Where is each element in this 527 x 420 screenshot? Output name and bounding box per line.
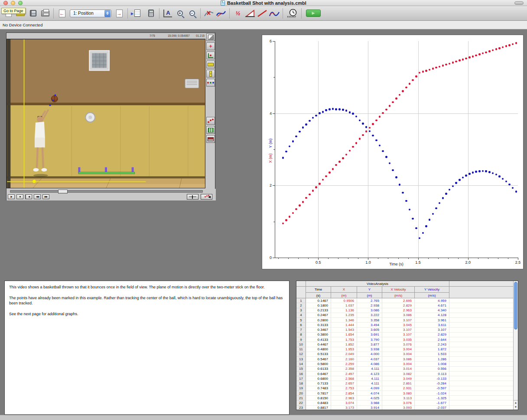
table-cell[interactable]: 4.000 xyxy=(357,352,382,357)
set-scale-tool[interactable] xyxy=(206,61,215,68)
column-title[interactable]: X xyxy=(331,287,357,293)
table-cell[interactable]: 0.5133 xyxy=(306,352,331,357)
table-cell[interactable]: 3.914 xyxy=(357,406,382,410)
statistics-button[interactable]: ½ xyxy=(232,8,244,19)
table-cell[interactable]: 4.074 xyxy=(357,391,382,396)
table-cell[interactable]: 3.086 xyxy=(382,357,415,362)
table-cell[interactable]: 0.5800 xyxy=(306,362,331,366)
table-scroll-arrows[interactable]: ▲ ▼ xyxy=(514,400,518,410)
table-cell[interactable]: 3.222 xyxy=(357,313,382,318)
table-cell[interactable]: 4.111 xyxy=(357,376,382,381)
table-cell[interactable]: 0.3800 xyxy=(306,333,331,337)
examine-button[interactable] xyxy=(203,8,215,19)
table-cell[interactable]: 4.111 xyxy=(357,381,382,386)
table-cell[interactable]: 3.691 xyxy=(357,333,382,337)
table-cell[interactable]: 3.082 xyxy=(382,372,415,376)
table-cell[interactable]: 3.358 xyxy=(357,318,382,323)
table-cell[interactable]: 0.7817 xyxy=(306,391,331,396)
select-point-tool[interactable] xyxy=(206,33,215,41)
table-cell[interactable]: 1.753 xyxy=(331,337,357,342)
table-cell[interactable]: 3.086 xyxy=(382,313,415,318)
table-cell[interactable]: -1.677 xyxy=(415,401,449,405)
table-cell[interactable]: -1.024 xyxy=(415,391,449,396)
table-cell[interactable]: 3.173 xyxy=(331,406,357,410)
step-back-button[interactable]: ◀◀ xyxy=(34,194,41,199)
table-cell[interactable]: 3.494 xyxy=(357,323,382,327)
table-cell[interactable]: 4.959 xyxy=(415,298,449,303)
set-origin-tool[interactable] xyxy=(206,52,215,59)
save-button[interactable] xyxy=(27,8,39,19)
table-cell[interactable]: 3.961 xyxy=(415,318,449,323)
text-window[interactable]: This video shows a basketball thrown so … xyxy=(4,281,290,415)
go-to-start-button[interactable]: ◀ xyxy=(25,194,32,199)
photo-distance-tool[interactable]: ↕ xyxy=(206,70,215,78)
table-cell[interactable]: 1.286 xyxy=(415,357,449,362)
column-title[interactable]: Y xyxy=(357,287,382,293)
table-cell[interactable]: 3.076 xyxy=(382,401,415,405)
table-cell[interactable]: 4.128 xyxy=(415,313,449,318)
table-cell[interactable]: 3.605 xyxy=(357,328,382,333)
table-cell[interactable]: 2.829 xyxy=(415,333,449,337)
table-cell[interactable]: 4.111 xyxy=(357,367,382,372)
table-cell[interactable]: 3.790 xyxy=(357,337,382,342)
previous-page-button[interactable]: ← xyxy=(56,8,68,19)
table-cell[interactable]: 0.3133 xyxy=(306,323,331,327)
graph-window[interactable]: 0.51.01.52.02.50246 Time (s) X (m) Y (m) xyxy=(262,35,524,269)
tangent-button[interactable] xyxy=(215,8,227,19)
table-cell[interactable]: 2.657 xyxy=(331,381,357,386)
table-cell[interactable]: 0.9506 xyxy=(331,298,357,303)
table-cell[interactable]: 3.049 xyxy=(382,376,415,381)
table-cell[interactable]: 4.671 xyxy=(415,303,449,308)
data-browser-button[interactable]: ▶ xyxy=(130,8,145,19)
table-cell[interactable]: 3.035 xyxy=(382,337,415,342)
zoom-in-button[interactable]: + xyxy=(174,8,186,19)
table-cell[interactable]: 0.8483 xyxy=(306,401,331,405)
data-table-window[interactable]: VideoAnalysisTime(s)X(m)Y(m)X Velocity(m… xyxy=(296,281,518,410)
table-cell[interactable]: -1.325 xyxy=(415,396,449,401)
table-cell[interactable]: 2.753 xyxy=(331,386,357,391)
overlay-ruler-tool[interactable] xyxy=(206,135,215,143)
calculator-button[interactable] xyxy=(145,8,157,19)
table-cell[interactable]: 0.2800 xyxy=(306,318,331,323)
page-selector-dropdown[interactable]: 1: Position xyxy=(70,10,111,17)
toolbar-toggle-button[interactable] xyxy=(514,1,524,5)
table-cell[interactable]: 3.004 xyxy=(382,362,415,366)
table-cell[interactable]: 4.099 xyxy=(357,386,382,391)
table-cell[interactable]: 1.872 xyxy=(415,347,449,352)
table-cell[interactable]: 2.829 xyxy=(382,303,415,308)
table-cell[interactable]: 0.2133 xyxy=(306,308,331,313)
toggle-trails-tool[interactable] xyxy=(206,117,215,125)
table-cell[interactable]: 3.938 xyxy=(357,347,382,352)
table-cell[interactable]: 3.014 xyxy=(382,367,415,372)
next-page-button[interactable]: → xyxy=(113,8,125,19)
table-cell[interactable]: 2.049 xyxy=(331,352,357,357)
table-cell[interactable]: 0.6467 xyxy=(306,372,331,376)
linear-fit-button[interactable] xyxy=(256,8,268,19)
table-cell[interactable]: 0.8817 xyxy=(306,406,331,410)
table-cell[interactable]: 3.045 xyxy=(382,323,415,327)
table-cell[interactable]: 0.4467 xyxy=(306,342,331,347)
table-cell[interactable]: 0.7133 xyxy=(306,381,331,386)
table-cell[interactable]: 3.107 xyxy=(382,328,415,333)
table-cell[interactable]: 0.4800 xyxy=(306,347,331,352)
table-cell[interactable]: 3.107 xyxy=(382,333,415,337)
scroll-up-icon[interactable]: ▲ xyxy=(514,401,518,405)
table-cell[interactable]: 2.695 xyxy=(382,298,415,303)
zoom-out-button[interactable]: − xyxy=(186,8,198,19)
show-graph-tool[interactable] xyxy=(206,126,215,134)
table-cell[interactable]: -0.133 xyxy=(415,376,449,381)
table-cell[interactable]: -2.037 xyxy=(415,406,449,410)
table-cell[interactable]: 3.988 xyxy=(357,401,382,405)
table-cell[interactable]: 2.861 xyxy=(382,381,415,386)
table-cell[interactable]: 3.004 xyxy=(382,347,415,352)
table-cell[interactable]: 4.340 xyxy=(415,308,449,313)
table-scrollbar[interactable]: ▲ ▼ xyxy=(513,281,518,410)
trail-replay-button[interactable] xyxy=(201,194,212,200)
table-cell[interactable]: 0.6133 xyxy=(306,367,331,372)
table-cell[interactable]: 2.160 xyxy=(331,357,357,362)
table-cell[interactable]: 1.953 xyxy=(331,347,357,352)
scroll-down-icon[interactable]: ▼ xyxy=(514,405,518,409)
table-cell[interactable]: 4.123 xyxy=(357,372,382,376)
table-cell[interactable]: 4.037 xyxy=(357,357,382,362)
table-cell[interactable]: 3.086 xyxy=(357,308,382,313)
